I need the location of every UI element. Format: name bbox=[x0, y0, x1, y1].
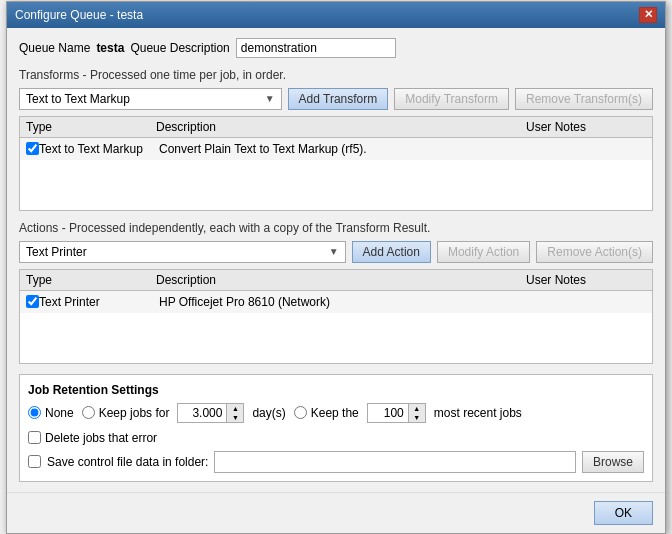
none-radio-label: None bbox=[45, 406, 74, 420]
delete-error-label: Delete jobs that error bbox=[45, 431, 157, 445]
transforms-dropdown[interactable]: Text to Text Markup ▼ bbox=[19, 88, 282, 110]
transforms-table: Type Description User Notes Text to Text… bbox=[19, 116, 653, 211]
job-retention-section: Job Retention Settings None Keep jobs fo… bbox=[19, 374, 653, 482]
action-row-type: Text Printer bbox=[39, 295, 159, 309]
actions-control-row: Text Printer ▼ Add Action Modify Action … bbox=[19, 241, 653, 263]
queue-name-row: Queue Name testa Queue Description bbox=[19, 38, 653, 58]
transforms-col-type: Type bbox=[26, 120, 156, 134]
actions-col-notes: User Notes bbox=[526, 273, 646, 287]
delete-error-group: Delete jobs that error bbox=[28, 431, 157, 445]
transforms-col-notes: User Notes bbox=[526, 120, 646, 134]
transform-row-desc: Convert Plain Text to Text Markup (rf5). bbox=[159, 142, 526, 156]
keep-the-down[interactable]: ▼ bbox=[409, 413, 425, 422]
folder-row: Save control file data in folder: Browse bbox=[28, 451, 644, 473]
remove-transform-button[interactable]: Remove Transform(s) bbox=[515, 88, 653, 110]
transforms-control-row: Text to Text Markup ▼ Add Transform Modi… bbox=[19, 88, 653, 110]
transform-row-type: Text to Text Markup bbox=[39, 142, 159, 156]
retention-options-row: None Keep jobs for ▲ ▼ day(s) Keep the bbox=[28, 403, 644, 445]
keep-jobs-arrows: ▲ ▼ bbox=[227, 403, 244, 423]
keep-jobs-radio[interactable] bbox=[82, 406, 95, 419]
transforms-table-empty bbox=[20, 160, 652, 210]
dialog-title: Configure Queue - testa bbox=[15, 8, 143, 22]
dialog-body: Queue Name testa Queue Description Trans… bbox=[7, 28, 665, 492]
actions-table-empty bbox=[20, 313, 652, 363]
ok-button[interactable]: OK bbox=[594, 501, 653, 525]
actions-dropdown[interactable]: Text Printer ▼ bbox=[19, 241, 346, 263]
transforms-dropdown-arrow: ▼ bbox=[265, 93, 275, 104]
keep-the-radio[interactable] bbox=[294, 406, 307, 419]
transforms-section-label: Transforms - Processed one time per job,… bbox=[19, 68, 653, 82]
browse-button[interactable]: Browse bbox=[582, 451, 644, 473]
none-radio-group: None bbox=[28, 406, 74, 420]
keep-the-spinner: ▲ ▼ bbox=[367, 403, 426, 423]
none-radio[interactable] bbox=[28, 406, 41, 419]
keep-the-label: Keep the bbox=[311, 406, 359, 420]
days-label: day(s) bbox=[252, 406, 285, 420]
configure-queue-dialog: Configure Queue - testa ✕ Queue Name tes… bbox=[6, 1, 666, 534]
save-folder-checkbox[interactable] bbox=[28, 455, 41, 468]
actions-table: Type Description User Notes Text Printer… bbox=[19, 269, 653, 364]
add-action-button[interactable]: Add Action bbox=[352, 241, 431, 263]
keep-jobs-radio-group: Keep jobs for bbox=[82, 406, 170, 420]
keep-jobs-input[interactable] bbox=[177, 403, 227, 423]
transforms-col-desc: Description bbox=[156, 120, 526, 134]
close-button[interactable]: ✕ bbox=[639, 7, 657, 23]
transforms-table-header: Type Description User Notes bbox=[20, 117, 652, 138]
keep-the-arrows: ▲ ▼ bbox=[409, 403, 426, 423]
action-row-checkbox[interactable] bbox=[26, 295, 39, 308]
dialog-footer: OK bbox=[7, 492, 665, 533]
keep-jobs-spinner: ▲ ▼ bbox=[177, 403, 244, 423]
actions-table-header: Type Description User Notes bbox=[20, 270, 652, 291]
remove-action-button[interactable]: Remove Action(s) bbox=[536, 241, 653, 263]
transforms-dropdown-value: Text to Text Markup bbox=[26, 92, 130, 106]
queue-description-input[interactable] bbox=[236, 38, 396, 58]
modify-action-button[interactable]: Modify Action bbox=[437, 241, 530, 263]
action-row-desc: HP Officejet Pro 8610 (Network) bbox=[159, 295, 526, 309]
actions-col-type: Type bbox=[26, 273, 156, 287]
save-folder-label: Save control file data in folder: bbox=[47, 455, 208, 469]
queue-desc-label: Queue Description bbox=[130, 41, 229, 55]
actions-dropdown-value: Text Printer bbox=[26, 245, 87, 259]
table-row[interactable]: Text Printer HP Officejet Pro 8610 (Netw… bbox=[20, 291, 652, 313]
actions-col-desc: Description bbox=[156, 273, 526, 287]
actions-section-label: Actions - Processed independently, each … bbox=[19, 221, 653, 235]
keep-jobs-up[interactable]: ▲ bbox=[227, 404, 243, 413]
keep-the-radio-group: Keep the bbox=[294, 406, 359, 420]
keep-jobs-label: Keep jobs for bbox=[99, 406, 170, 420]
job-retention-title: Job Retention Settings bbox=[28, 383, 644, 397]
transform-row-checkbox[interactable] bbox=[26, 142, 39, 155]
actions-dropdown-arrow: ▼ bbox=[329, 246, 339, 257]
modify-transform-button[interactable]: Modify Transform bbox=[394, 88, 509, 110]
title-bar: Configure Queue - testa ✕ bbox=[7, 2, 665, 28]
add-transform-button[interactable]: Add Transform bbox=[288, 88, 389, 110]
keep-the-up[interactable]: ▲ bbox=[409, 404, 425, 413]
table-row[interactable]: Text to Text Markup Convert Plain Text t… bbox=[20, 138, 652, 160]
most-recent-label: most recent jobs bbox=[434, 406, 522, 420]
delete-error-checkbox[interactable] bbox=[28, 431, 41, 444]
keep-the-input[interactable] bbox=[367, 403, 409, 423]
folder-path-input[interactable] bbox=[214, 451, 576, 473]
queue-name-label: Queue Name bbox=[19, 41, 90, 55]
keep-jobs-down[interactable]: ▼ bbox=[227, 413, 243, 422]
queue-name-value: testa bbox=[96, 41, 124, 55]
